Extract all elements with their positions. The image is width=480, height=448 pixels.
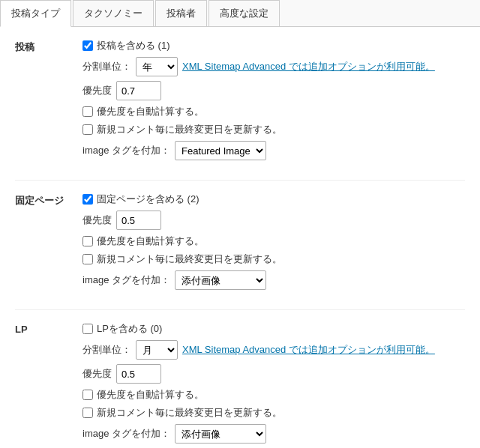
lp-include-row: LPを含める (0) bbox=[82, 322, 465, 336]
tab-author[interactable]: 投稿者 bbox=[155, 0, 207, 26]
post-update-date-row: 新規コメント毎に最終変更日を更新する。 bbox=[82, 123, 465, 136]
fixed-page-priority-label: 優先度 bbox=[82, 214, 112, 227]
lp-priority-label: 優先度 bbox=[82, 367, 112, 381]
fixed-page-include-checkbox[interactable] bbox=[82, 194, 93, 205]
post-image-tag-select[interactable]: なし 添付画像 Featured Image bbox=[175, 141, 266, 160]
fixed-page-update-date-label[interactable]: 新規コメント毎に最終変更日を更新する。 bbox=[82, 252, 282, 266]
post-priority-input[interactable] bbox=[116, 81, 161, 100]
post-include-checkbox[interactable] bbox=[82, 40, 93, 51]
fixed-page-update-date-row: 新規コメント毎に最終変更日を更新する。 bbox=[82, 252, 465, 266]
section-post-label: 投稿 bbox=[15, 39, 82, 165]
post-auto-priority-row: 優先度を自動計算する。 bbox=[82, 105, 465, 118]
lp-update-date-text: 新規コメント毎に最終変更日を更新する。 bbox=[97, 406, 282, 420]
section-lp-body: LPを含める (0) 分割単位： 毎時 毎日 毎週 月 年 なし XML Sit… bbox=[82, 322, 465, 448]
tab-bar: 投稿タイプ タクソノミー 投稿者 高度な設定 bbox=[0, 0, 480, 27]
lp-include-label[interactable]: LPを含める (0) bbox=[82, 322, 162, 336]
section-fixed-page: 固定ページ 固定ページを含める (2) 優先度 bbox=[15, 193, 465, 294]
section-post-body: 投稿を含める (1) 分割単位： 毎時 毎日 毎週 月 年 なし XML Sit… bbox=[82, 39, 465, 165]
post-priority-row: 優先度 bbox=[82, 81, 465, 100]
fixed-page-priority-row: 優先度 bbox=[82, 211, 465, 230]
lp-priority-row: 優先度 bbox=[82, 364, 465, 384]
lp-priority-input[interactable] bbox=[116, 364, 161, 384]
section-fixed-page-label: 固定ページ bbox=[15, 193, 82, 294]
fixed-page-auto-priority-checkbox[interactable] bbox=[82, 236, 93, 246]
post-include-text: 投稿を含める (1) bbox=[97, 39, 170, 52]
fixed-page-auto-priority-row: 優先度を自動計算する。 bbox=[82, 234, 465, 248]
post-update-date-checkbox[interactable] bbox=[82, 124, 93, 135]
divider-1 bbox=[15, 180, 465, 181]
fixed-page-image-tag-select[interactable]: なし 添付画像 Featured Image bbox=[175, 270, 266, 290]
post-advanced-link[interactable]: XML Sitemap Advanced では追加オプションが利用可能。 bbox=[182, 60, 435, 73]
post-auto-priority-text: 優先度を自動計算する。 bbox=[97, 105, 204, 118]
post-frequency-row: 分割単位： 毎時 毎日 毎週 月 年 なし XML Sitemap Advanc… bbox=[82, 57, 465, 76]
lp-image-tag-label: image タグを付加： bbox=[82, 427, 170, 441]
section-lp-label: LP bbox=[15, 322, 82, 448]
fixed-page-image-tag-label: image タグを付加： bbox=[82, 273, 170, 287]
post-priority-label: 優先度 bbox=[82, 84, 112, 97]
post-include-label[interactable]: 投稿を含める (1) bbox=[82, 39, 170, 52]
post-image-tag-row: image タグを付加： なし 添付画像 Featured Image bbox=[82, 141, 465, 160]
content-area: 投稿 投稿を含める (1) 分割単位： 毎時 毎日 毎週 月 bbox=[0, 27, 480, 448]
lp-frequency-row: 分割単位： 毎時 毎日 毎週 月 年 なし XML Sitemap Advanc… bbox=[82, 340, 465, 360]
section-post: 投稿 投稿を含める (1) 分割単位： 毎時 毎日 毎週 月 bbox=[15, 39, 465, 165]
post-auto-priority-label[interactable]: 優先度を自動計算する。 bbox=[82, 105, 204, 118]
lp-frequency-label: 分割単位： bbox=[82, 343, 131, 357]
fixed-page-include-label[interactable]: 固定ページを含める (2) bbox=[82, 193, 200, 206]
lp-image-tag-row: image タグを付加： なし 添付画像 Featured Image bbox=[82, 424, 465, 444]
post-image-tag-label: image タグを付加： bbox=[82, 144, 170, 157]
tab-advanced[interactable]: 高度な設定 bbox=[208, 0, 280, 26]
lp-auto-priority-label[interactable]: 優先度を自動計算する。 bbox=[82, 388, 204, 402]
lp-image-tag-select[interactable]: なし 添付画像 Featured Image bbox=[175, 424, 266, 444]
lp-auto-priority-row: 優先度を自動計算する。 bbox=[82, 388, 465, 402]
lp-include-text: LPを含める (0) bbox=[97, 322, 162, 336]
fixed-page-auto-priority-text: 優先度を自動計算する。 bbox=[97, 234, 204, 248]
post-auto-priority-checkbox[interactable] bbox=[82, 106, 93, 117]
divider-2 bbox=[15, 309, 465, 310]
post-frequency-label: 分割単位： bbox=[82, 60, 131, 73]
post-update-date-text: 新規コメント毎に最終変更日を更新する。 bbox=[97, 123, 282, 136]
lp-include-checkbox[interactable] bbox=[82, 324, 93, 334]
main-container: 投稿タイプ タクソノミー 投稿者 高度な設定 投稿 投稿を含める (1) 分割単… bbox=[0, 0, 480, 448]
fixed-page-priority-input[interactable] bbox=[116, 211, 161, 230]
fixed-page-include-text: 固定ページを含める (2) bbox=[97, 193, 200, 206]
lp-update-date-checkbox[interactable] bbox=[82, 408, 93, 418]
fixed-page-include-row: 固定ページを含める (2) bbox=[82, 193, 465, 206]
fixed-page-auto-priority-label[interactable]: 優先度を自動計算する。 bbox=[82, 234, 204, 248]
post-update-date-label[interactable]: 新規コメント毎に最終変更日を更新する。 bbox=[82, 123, 282, 136]
section-lp: LP LPを含める (0) 分割単位： 毎時 毎日 毎週 月 bbox=[15, 322, 465, 448]
lp-update-date-label[interactable]: 新規コメント毎に最終変更日を更新する。 bbox=[82, 406, 282, 420]
lp-update-date-row: 新規コメント毎に最終変更日を更新する。 bbox=[82, 406, 465, 420]
fixed-page-update-date-checkbox[interactable] bbox=[82, 254, 93, 264]
post-frequency-select[interactable]: 毎時 毎日 毎週 月 年 なし bbox=[136, 57, 178, 76]
lp-auto-priority-checkbox[interactable] bbox=[82, 390, 93, 400]
tab-post-type[interactable]: 投稿タイプ bbox=[0, 0, 71, 27]
lp-auto-priority-text: 優先度を自動計算する。 bbox=[97, 388, 204, 402]
tab-taxonomy[interactable]: タクソノミー bbox=[73, 0, 154, 26]
post-include-row: 投稿を含める (1) bbox=[82, 39, 465, 52]
fixed-page-image-tag-row: image タグを付加： なし 添付画像 Featured Image bbox=[82, 270, 465, 290]
lp-frequency-select[interactable]: 毎時 毎日 毎週 月 年 なし bbox=[136, 340, 178, 360]
fixed-page-update-date-text: 新規コメント毎に最終変更日を更新する。 bbox=[97, 252, 282, 266]
section-fixed-page-body: 固定ページを含める (2) 優先度 優先度を自動計算する。 bbox=[82, 193, 465, 294]
lp-advanced-link[interactable]: XML Sitemap Advanced では追加オプションが利用可能。 bbox=[182, 343, 435, 357]
